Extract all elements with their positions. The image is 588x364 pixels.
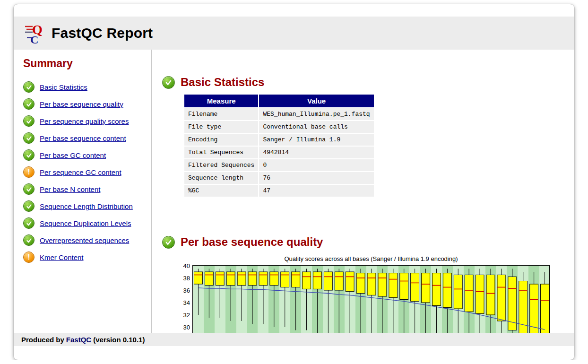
- sidebar-nav-item[interactable]: ! Per sequence quality scores: [23, 115, 151, 127]
- measure-cell: File type: [184, 121, 259, 133]
- value-cell: Conventional base calls: [259, 121, 374, 133]
- check-icon: [26, 237, 33, 244]
- section-per-base-sequence-quality: ! Per base sequence quality Quality scor…: [162, 235, 574, 333]
- check-icon: [26, 152, 33, 159]
- table-row: Filtered Sequences 0: [184, 159, 374, 172]
- sidebar-link[interactable]: Kmer Content: [40, 253, 84, 261]
- value-cell: WES_human_Illumina.pe_1.fastq: [259, 108, 374, 121]
- table-row: %GC 47: [184, 184, 374, 197]
- status-icon: !: [23, 251, 35, 263]
- sidebar-link[interactable]: Per sequence GC content: [40, 168, 121, 176]
- y-tick-label: 32: [183, 312, 190, 319]
- footer-suffix: (version 0.10.1): [93, 336, 145, 344]
- chart-area: 403836343230: [175, 265, 550, 333]
- sidebar-link[interactable]: Per base GC content: [40, 151, 106, 159]
- check-icon: [26, 118, 33, 125]
- table-row: Filename WES_human_Illumina.pe_1.fastq: [184, 108, 374, 121]
- content-area: Summary ! Basic Statistics ! Per base se…: [14, 50, 574, 333]
- status-icon: !: [23, 132, 35, 144]
- table-row: File type Conventional base calls: [184, 121, 374, 133]
- measure-cell: Filtered Sequences: [184, 159, 259, 172]
- section-title: Basic Statistics: [181, 76, 264, 89]
- check-icon: [26, 84, 33, 91]
- chart-title: Quality scores across all bases (Sanger …: [192, 255, 550, 262]
- status-icon: !: [23, 183, 35, 195]
- check-icon: [26, 135, 33, 142]
- footer-prefix: Produced by: [21, 336, 64, 344]
- warning-icon: !: [27, 168, 30, 176]
- status-icon: !: [23, 234, 35, 246]
- sidebar-nav-item[interactable]: ! Per sequence GC content: [23, 166, 151, 178]
- basic-statistics-table-body: Filename WES_human_Illumina.pe_1.fastq F…: [184, 108, 374, 197]
- y-tick-label: 30: [183, 324, 190, 331]
- measure-cell: Filename: [184, 108, 259, 121]
- quality-chart: Quality scores across all bases (Sanger …: [175, 255, 550, 333]
- sidebar-nav-item[interactable]: ! Basic Statistics: [23, 81, 151, 93]
- value-cell: 76: [259, 172, 374, 184]
- status-icon: !: [23, 200, 35, 212]
- measure-cell: %GC: [184, 184, 259, 197]
- value-cell: Sanger / Illumina 1.9: [259, 133, 374, 146]
- measure-cell: Encoding: [184, 133, 259, 146]
- sidebar-nav-item[interactable]: ! Per base sequence quality: [23, 98, 151, 110]
- y-tick-label: 34: [183, 299, 190, 306]
- sidebar-nav-item[interactable]: ! Overrepresented sequences: [23, 234, 151, 246]
- status-icon: !: [162, 236, 175, 249]
- check-icon: [26, 101, 33, 108]
- check-icon: [164, 238, 173, 246]
- y-tick-label: 40: [183, 262, 190, 269]
- fastqc-link[interactable]: FastQC: [66, 336, 91, 344]
- y-tick-label: 36: [183, 287, 190, 294]
- sidebar-link[interactable]: Overrepresented sequences: [40, 236, 129, 244]
- sidebar-title: Summary: [23, 57, 151, 70]
- sidebar-link[interactable]: Sequence Duplication Levels: [40, 219, 131, 227]
- plot-frame: [192, 265, 550, 333]
- check-icon: [26, 186, 33, 193]
- measure-cell: Total Sequences: [184, 146, 259, 159]
- sidebar-link[interactable]: Per base sequence quality: [40, 100, 123, 108]
- status-icon: !: [23, 115, 35, 127]
- measure-cell: Sequence length: [184, 172, 259, 184]
- value-cell: 47: [259, 184, 374, 197]
- quality-boxplot: [193, 266, 550, 333]
- table-header-row: Measure Value: [184, 94, 374, 108]
- table-row: Encoding Sanger / Illumina 1.9: [184, 133, 374, 146]
- value-cell: 4942814: [259, 146, 374, 159]
- check-icon: [164, 78, 173, 87]
- basic-statistics-table: Measure Value Filename WES_human_Illumin…: [183, 94, 375, 198]
- fastqc-logo: Q C: [24, 21, 46, 45]
- status-icon: !: [23, 217, 35, 229]
- report-page: Q C FastQC Report Summary ! Basic Statis…: [13, 4, 575, 360]
- section-basic-statistics: ! Basic Statistics Measure Value Filenam…: [162, 76, 574, 198]
- measure-column-header: Measure: [184, 94, 259, 108]
- sidebar-nav-item[interactable]: ! Per base N content: [23, 183, 151, 195]
- status-icon: !: [23, 98, 35, 110]
- sidebar-nav-item[interactable]: ! Sequence Length Distribution: [23, 200, 151, 212]
- status-icon: !: [23, 166, 35, 178]
- report-footer: Produced by FastQC (version 0.10.1): [14, 333, 574, 346]
- y-axis-labels: 403836343230: [175, 265, 192, 333]
- status-icon: !: [23, 81, 35, 93]
- page-title: FastQC Report: [52, 25, 153, 41]
- sidebar-nav-item[interactable]: ! Kmer Content: [23, 251, 151, 263]
- logo-letter-c: C: [30, 34, 38, 45]
- sidebar-link[interactable]: Sequence Length Distribution: [40, 202, 133, 210]
- status-icon: !: [23, 149, 35, 161]
- sidebar-link[interactable]: Per sequence quality scores: [40, 117, 129, 125]
- table-row: Total Sequences 4942814: [184, 146, 374, 159]
- section-header: ! Per base sequence quality: [162, 235, 574, 249]
- value-cell: 0: [259, 159, 374, 172]
- sidebar-link[interactable]: Per base N content: [40, 185, 100, 193]
- sidebar-nav-item[interactable]: ! Per base GC content: [23, 149, 151, 161]
- sidebar-link[interactable]: Per base sequence content: [40, 134, 126, 142]
- status-icon: !: [162, 76, 175, 89]
- warning-icon: !: [27, 253, 30, 261]
- report-header: Q C FastQC Report: [14, 17, 574, 50]
- sidebar-nav-item[interactable]: ! Sequence Duplication Levels: [23, 217, 151, 229]
- check-icon: [26, 203, 33, 210]
- y-tick-label: 38: [183, 275, 190, 282]
- sidebar-link[interactable]: Basic Statistics: [40, 83, 87, 91]
- section-header: ! Basic Statistics: [162, 76, 574, 89]
- sidebar-nav: ! Basic Statistics ! Per base sequence q…: [23, 81, 151, 263]
- sidebar-nav-item[interactable]: ! Per base sequence content: [23, 132, 151, 144]
